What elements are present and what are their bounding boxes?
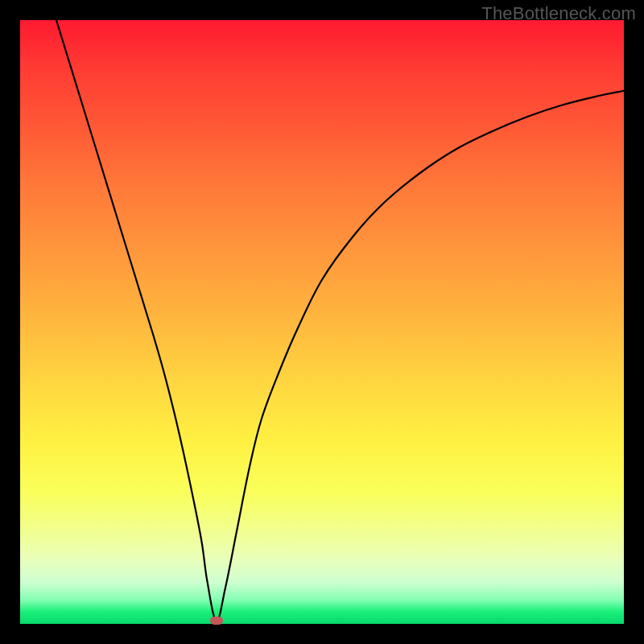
plot-area [20,20,624,624]
watermark-text: TheBottleneck.com [481,3,636,24]
bottleneck-curve [20,20,624,624]
chart-frame: TheBottleneck.com [0,0,644,644]
optimal-point-marker [210,617,223,625]
